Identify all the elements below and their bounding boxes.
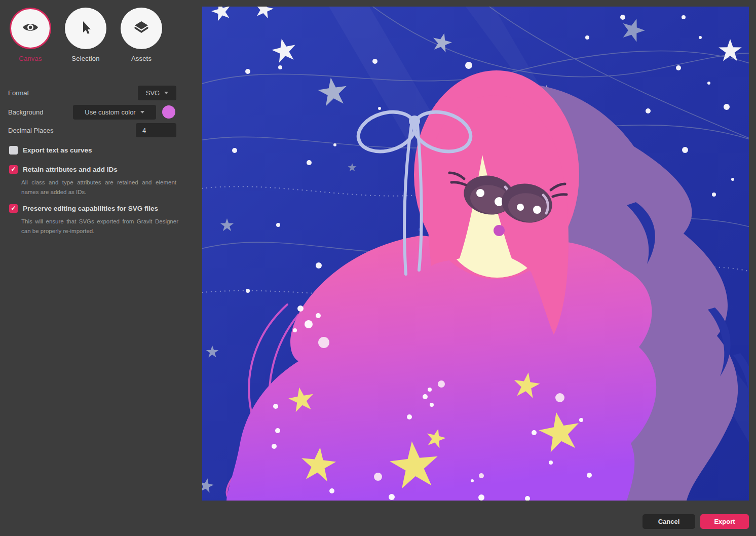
tab-selection[interactable]: Selection bbox=[61, 8, 110, 62]
background-value: Use custom color bbox=[85, 108, 135, 116]
background-color-swatch[interactable] bbox=[162, 105, 175, 119]
background-dropdown[interactable]: Use custom color bbox=[73, 105, 156, 120]
checkbox-icon[interactable] bbox=[9, 204, 18, 213]
checkbox-icon[interactable] bbox=[9, 146, 18, 155]
checkbox-label: Preserve editing capabilities for SVG fi… bbox=[23, 204, 158, 213]
tab-selection-circle[interactable] bbox=[65, 8, 106, 49]
checkbox-retain-attributes[interactable]: Retain attributes and add IDs bbox=[9, 165, 118, 174]
export-preview-image bbox=[202, 7, 749, 501]
tab-assets[interactable]: Assets bbox=[117, 8, 166, 62]
tab-assets-label: Assets bbox=[117, 55, 166, 62]
cancel-button[interactable]: Cancel bbox=[642, 514, 695, 529]
cursor-icon bbox=[79, 20, 92, 37]
checkbox-description: This will ensure that SVGs exported from… bbox=[21, 217, 178, 236]
chevron-down-icon bbox=[164, 92, 168, 94]
chevron-down-icon bbox=[140, 111, 144, 113]
format-value: SVG bbox=[146, 89, 160, 97]
checkbox-export-text-as-curves[interactable]: Export text as curves bbox=[9, 146, 92, 155]
decimal-places-label: Decimal Places bbox=[8, 127, 54, 134]
tab-canvas[interactable]: Canvas bbox=[6, 8, 55, 62]
tab-assets-circle[interactable] bbox=[121, 8, 162, 49]
tab-canvas-label: Canvas bbox=[6, 55, 55, 62]
format-dropdown[interactable]: SVG bbox=[138, 86, 176, 100]
checkbox-description: All class and type attributes are retain… bbox=[21, 178, 176, 197]
export-button[interactable]: Export bbox=[700, 514, 749, 529]
format-label: Format bbox=[8, 89, 29, 97]
checkbox-preserve-editing[interactable]: Preserve editing capabilities for SVG fi… bbox=[9, 204, 158, 213]
eye-icon bbox=[22, 21, 39, 35]
decimal-places-input[interactable] bbox=[136, 123, 176, 137]
checkbox-label: Export text as curves bbox=[23, 146, 92, 155]
tab-canvas-circle[interactable] bbox=[10, 8, 51, 49]
tab-selection-label: Selection bbox=[61, 55, 110, 62]
checkbox-icon[interactable] bbox=[9, 165, 18, 174]
background-label: Background bbox=[8, 108, 43, 116]
layers-icon bbox=[134, 21, 149, 36]
checkbox-label: Retain attributes and add IDs bbox=[23, 165, 118, 174]
